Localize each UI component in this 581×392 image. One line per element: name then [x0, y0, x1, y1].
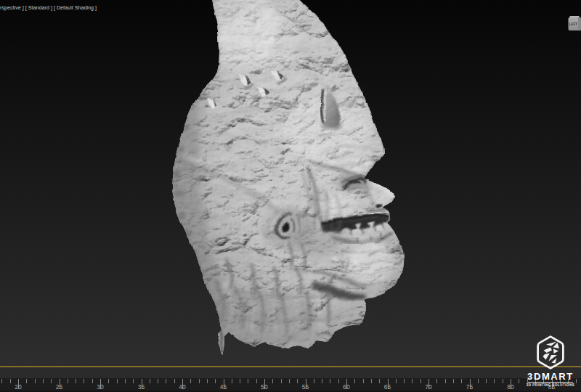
ruler-minor-tick [363, 379, 364, 383]
ruler-minor-tick [232, 379, 232, 383]
ruler-minor-tick [445, 379, 446, 383]
ruler-minor-tick [68, 379, 68, 383]
ruler-minor-tick [248, 379, 248, 383]
ruler-minor-tick [190, 379, 191, 383]
ruler-minor-tick [412, 379, 413, 383]
ruler-frame-label: 55 [301, 383, 309, 391]
ruler-minor-tick [43, 379, 44, 383]
viewcube-face-label: LEFT [569, 22, 578, 26]
3dmart-watermark: 3DMART 3D PRINTING SOLUTIONS [520, 332, 581, 389]
ruler-minor-tick [281, 379, 282, 383]
ruler-minor-tick [92, 379, 93, 383]
ruler-minor-tick [330, 379, 330, 383]
ruler-frame-label: 65 [383, 383, 391, 391]
ruler-minor-tick [420, 379, 421, 383]
ruler-minor-tick [494, 379, 495, 383]
ruler-minor-tick [215, 379, 216, 383]
ruler-minor-tick [503, 379, 503, 383]
3dmart-logo-tagline: 3D PRINTING SOLUTIONS [520, 383, 581, 387]
ruler-minor-tick [26, 379, 27, 383]
ruler-minor-tick [461, 379, 462, 383]
ruler-minor-tick [289, 379, 290, 383]
ruler-minor-tick [207, 379, 208, 383]
ruler-frame-label: 75 [466, 383, 474, 391]
viewcube-top-edge [569, 16, 580, 17]
ruler-minor-tick [396, 379, 397, 383]
ruler-frame-label: 30 [96, 383, 104, 391]
ruler-minor-tick [199, 379, 200, 383]
ruler-frame-label: 40 [178, 383, 186, 391]
ruler-minor-tick [10, 379, 11, 383]
ruler-frame-label: 45 [219, 383, 227, 391]
ruler-minor-tick [125, 379, 126, 383]
ruler-minor-tick [453, 379, 454, 383]
ruler-minor-tick [371, 379, 372, 383]
ruler-minor-tick [108, 379, 109, 383]
track-bar[interactable] [0, 367, 581, 378]
ruler-frame-label: 25 [55, 383, 63, 391]
model-monster-head[interactable] [0, 0, 581, 367]
3dmart-logo-rule [528, 382, 573, 383]
ruler-minor-tick [174, 379, 175, 383]
sculpted-head [169, 0, 404, 355]
ruler-minor-tick [256, 379, 257, 383]
ruler-frame-label: 50 [260, 383, 268, 391]
ruler-minor-tick [166, 379, 166, 383]
ruler-minor-tick [272, 379, 273, 383]
ruler-minor-tick [338, 379, 339, 383]
ruler-minor-tick [240, 379, 240, 383]
ruler-minor-tick [297, 379, 298, 383]
viewcube-side-face[interactable] [578, 17, 581, 30]
ruler-minor-tick [51, 379, 52, 383]
ruler-minor-tick [379, 379, 380, 383]
ruler-minor-tick [150, 379, 150, 383]
ruler-frame-label: 20 [14, 383, 22, 391]
ruler-minor-tick [84, 379, 84, 383]
timeline-ruler[interactable]: 2025303540455055606570758085 [0, 378, 581, 391]
ruler-frame-label: 60 [342, 383, 350, 391]
ruler-minor-tick [322, 379, 322, 383]
ruler-minor-tick [76, 379, 76, 383]
head-fine-texture [172, 0, 404, 355]
ruler-minor-tick [354, 379, 355, 383]
ruler-minor-tick [486, 379, 487, 383]
ruler-minor-tick [117, 379, 118, 383]
3dmart-logo-text: 3DMART [520, 371, 581, 382]
3d-viewport[interactable]: rspective ] [ Standard ] [ Default Shadi… [0, 0, 581, 367]
3dmart-logo-icon [537, 335, 564, 369]
application-window: rspective ] [ Standard ] [ Default Shadi… [0, 0, 581, 392]
ruler-frame-label: 35 [137, 383, 145, 391]
ruler-frame-label: 70 [424, 383, 432, 391]
viewcube[interactable]: LEFT [568, 15, 581, 30]
ruler-minor-tick [314, 379, 314, 383]
ruler-minor-tick [404, 379, 405, 383]
ruler-minor-tick [1, 379, 2, 383]
ruler-minor-tick [35, 379, 36, 383]
ruler-minor-tick [436, 379, 437, 383]
ruler-minor-tick [478, 379, 479, 383]
ruler-minor-tick [158, 379, 158, 383]
ruler-frame-label: 80 [506, 383, 514, 391]
ruler-minor-tick [133, 379, 134, 383]
